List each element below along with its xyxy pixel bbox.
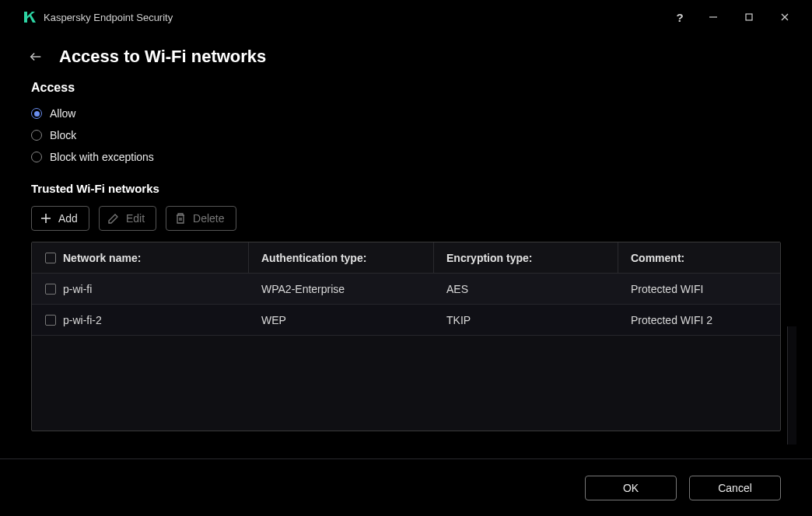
- close-button[interactable]: [767, 5, 803, 30]
- cell-network-name: p-wi-fi-2: [63, 305, 249, 335]
- radio-icon: [31, 130, 42, 141]
- access-radio-group: Allow Block Block with exceptions: [31, 103, 781, 168]
- toolbar: Add Edit Delete: [31, 206, 781, 231]
- minimize-button[interactable]: [695, 5, 731, 30]
- plus-icon: [40, 212, 52, 225]
- cell-comment: Protected WIFI 2: [618, 305, 780, 335]
- back-button[interactable]: [26, 47, 45, 66]
- cell-enc-type: TKIP: [434, 305, 618, 335]
- page-title: Access to Wi-Fi networks: [59, 47, 266, 67]
- radio-label: Block with exceptions: [50, 151, 154, 163]
- table-scrollbar[interactable]: [787, 326, 796, 445]
- window: Kaspersky Endpoint Security ? Access to …: [0, 0, 812, 516]
- cell-auth-type: WEP: [249, 305, 434, 335]
- row-checkbox[interactable]: [45, 284, 56, 295]
- cell-enc-type: AES: [434, 274, 618, 304]
- header-network-name[interactable]: Network name:: [63, 242, 249, 273]
- radio-allow[interactable]: Allow: [31, 103, 781, 124]
- table-row[interactable]: p-wi-fi-2 WEP TKIP Protected WIFI 2: [32, 305, 780, 336]
- app-title: Kaspersky Endpoint Security: [44, 12, 664, 23]
- row-checkbox-cell: [32, 305, 63, 335]
- content: Access Allow Block Block with exceptions…: [0, 81, 812, 445]
- table-header: Network name: Authentication type: Encry…: [32, 242, 780, 274]
- row-checkbox-cell: [32, 274, 63, 304]
- cell-auth-type: WPA2-Enterprise: [249, 274, 434, 304]
- add-label: Add: [58, 212, 78, 225]
- trusted-section-label: Trusted Wi-Fi networks: [31, 182, 781, 195]
- table-row[interactable]: p-wi-fi WPA2-Enterprise AES Protected WI…: [32, 274, 780, 305]
- radio-block-exceptions[interactable]: Block with exceptions: [31, 146, 781, 168]
- radio-icon: [31, 108, 42, 119]
- cell-comment: Protected WIFI: [618, 274, 780, 304]
- maximize-button[interactable]: [731, 5, 767, 30]
- radio-block[interactable]: Block: [31, 124, 781, 146]
- delete-button[interactable]: Delete: [166, 206, 236, 231]
- cell-network-name: p-wi-fi: [63, 274, 249, 304]
- edit-button[interactable]: Edit: [99, 206, 156, 231]
- titlebar-controls: ?: [664, 5, 803, 30]
- radio-label: Allow: [50, 107, 75, 120]
- trusted-networks-table: Network name: Authentication type: Encry…: [31, 242, 781, 431]
- radio-label: Block: [50, 129, 76, 141]
- add-button[interactable]: Add: [31, 206, 89, 231]
- edit-label: Edit: [126, 212, 145, 225]
- header-enc-type[interactable]: Encryption type:: [434, 242, 618, 273]
- header-checkbox-cell: [32, 242, 63, 273]
- header-comment[interactable]: Comment:: [618, 242, 780, 273]
- trash-icon: [174, 212, 187, 225]
- cancel-button[interactable]: Cancel: [689, 476, 781, 500]
- ok-button[interactable]: OK: [585, 476, 677, 500]
- titlebar: Kaspersky Endpoint Security ?: [0, 0, 812, 34]
- svg-rect-1: [746, 14, 752, 20]
- footer: OK Cancel: [0, 458, 812, 516]
- header-auth-type[interactable]: Authentication type:: [249, 242, 434, 273]
- page-header: Access to Wi-Fi networks: [0, 34, 812, 81]
- row-checkbox[interactable]: [45, 315, 56, 326]
- select-all-checkbox[interactable]: [45, 253, 56, 263]
- help-button[interactable]: ?: [664, 5, 695, 30]
- pencil-icon: [107, 212, 120, 225]
- app-logo-icon: [22, 9, 37, 25]
- radio-icon: [31, 152, 42, 162]
- access-section-label: Access: [31, 81, 781, 95]
- delete-label: Delete: [193, 212, 224, 225]
